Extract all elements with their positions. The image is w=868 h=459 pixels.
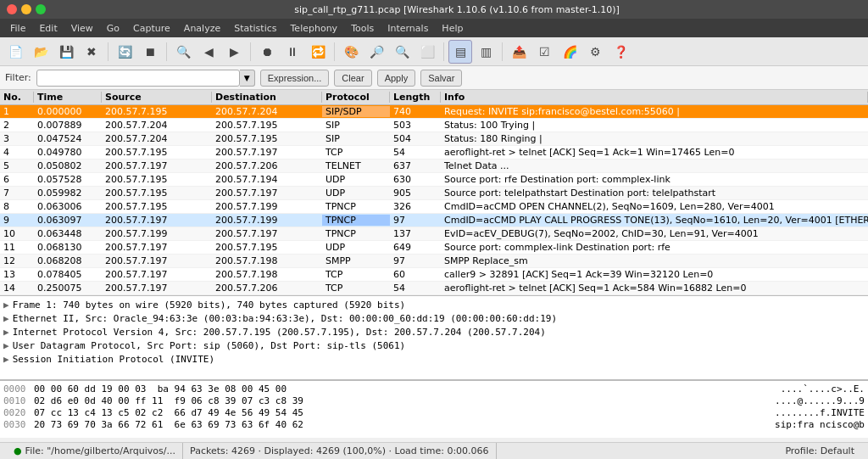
menu-item-analyze[interactable]: Analyze (177, 21, 227, 36)
packet-cell: 200.57.7.194 (212, 174, 322, 185)
toolbar-capture-start[interactable]: ⏺ (255, 40, 279, 64)
toolbar-pane1[interactable]: ▤ (448, 40, 472, 64)
toolbar-pane2[interactable]: ▥ (474, 40, 498, 64)
col-protocol: Protocol (322, 92, 390, 103)
menu-item-internals[interactable]: Internals (381, 21, 435, 36)
toolbar-capture-stop[interactable]: ⏸ (281, 40, 304, 64)
toolbar-zoom-reset[interactable]: ⬜ (415, 40, 439, 64)
packet-cell: 326 (390, 201, 441, 212)
toolbar-settings[interactable]: ⚙ (583, 40, 607, 64)
toolbar-export[interactable]: 📤 (507, 40, 531, 64)
table-row[interactable]: 80.063006200.57.7.195200.57.7.199TPNCP32… (0, 200, 868, 214)
table-row[interactable]: 20.007889200.57.7.204200.57.7.195SIP503S… (0, 119, 868, 132)
save-button[interactable]: Salvar (420, 70, 462, 87)
packet-cell: 0.059982 (34, 188, 102, 199)
toolbar-save[interactable]: 💾 (54, 40, 78, 64)
maximize-button[interactable] (36, 4, 46, 14)
menu-item-edit[interactable]: Edit (32, 21, 64, 36)
table-row[interactable]: 30.047524200.57.7.204200.57.7.195SIP504S… (0, 132, 868, 146)
toolbar-zoom-out[interactable]: 🔍 (390, 40, 414, 64)
ready-icon: ● (14, 445, 22, 456)
packet-cell: 12 (0, 255, 34, 266)
detail-row[interactable]: ▶User Datagram Protocol, Src Port: sip (… (0, 339, 868, 352)
menu-item-statistics[interactable]: Statistics (227, 21, 283, 36)
packet-cell: 200.57.7.198 (212, 269, 322, 280)
toolbar-capture-restart[interactable]: 🔁 (306, 40, 330, 64)
expand-icon: ▶ (3, 313, 9, 324)
packet-cell: 200.57.7.195 (102, 106, 212, 117)
packet-cell: 200.57.7.204 (102, 120, 212, 131)
packet-cell: TPNCP (322, 228, 390, 239)
toolbar-help[interactable]: ❓ (609, 40, 632, 64)
packet-cell: 8 (0, 201, 34, 212)
toolbar-checkbox[interactable]: ☑ (532, 40, 556, 64)
packet-cell: 5 (0, 160, 34, 171)
toolbar-find[interactable]: 🔍 (171, 40, 195, 64)
packet-cell: 200.57.7.204 (212, 106, 322, 117)
minimize-button[interactable] (21, 4, 31, 14)
hex-row: 0010 02 d6 e0 0d 40 00 ff 11 f9 06 c8 39… (3, 395, 865, 406)
table-row[interactable]: 50.050802200.57.7.197200.57.7.206TELNET6… (0, 160, 868, 173)
packet-cell: TCP (322, 147, 390, 158)
packet-cell: 1 (0, 106, 34, 117)
packet-cell: SIP/SDP (322, 106, 390, 117)
packet-cell: 137 (390, 228, 441, 239)
toolbar-reload[interactable]: 🔄 (113, 40, 136, 64)
col-info: Info (441, 92, 868, 103)
packet-cell: 0.250075 (34, 283, 102, 294)
apply-button[interactable]: Apply (377, 70, 416, 87)
toolbar-open[interactable]: 📂 (29, 40, 53, 64)
toolbar-forward[interactable]: ▶ (222, 40, 246, 64)
table-row[interactable]: 10.000000200.57.7.195200.57.7.204SIP/SDP… (0, 105, 868, 119)
hex-bytes: 20 73 69 70 3a 66 72 61 6e 63 69 73 63 6… (34, 419, 762, 430)
expression-button[interactable]: Expression... (260, 70, 330, 87)
detail-row[interactable]: ▶Frame 1: 740 bytes on wire (5920 bits),… (0, 298, 868, 311)
packet-cell: 54 (390, 147, 441, 158)
table-row[interactable]: 110.068130200.57.7.197200.57.7.195UDP649… (0, 241, 868, 255)
close-button[interactable] (7, 4, 17, 14)
filter-input[interactable] (36, 70, 240, 87)
menu-item-file[interactable]: File (3, 21, 32, 36)
hex-ascii: ....`....c>..E. (781, 383, 865, 395)
packet-cell: caller9 > 32891 [ACK] Seq=1 Ack=39 Win=3… (441, 269, 868, 280)
toolbar-zoom-in[interactable]: 🔎 (364, 40, 388, 64)
clear-button[interactable]: Clear (334, 70, 371, 87)
menu-item-go[interactable]: Go (100, 21, 126, 36)
menu-item-help[interactable]: Help (435, 21, 470, 36)
packet-cell: 0.063006 (34, 201, 102, 212)
packet-cell: 637 (390, 160, 441, 171)
packet-cell: 200.57.7.197 (102, 160, 212, 171)
detail-row[interactable]: ▶Session Initiation Protocol (INVITE) (0, 352, 868, 366)
menu-item-capture[interactable]: Capture (126, 21, 177, 36)
toolbar-new[interactable]: 📄 (3, 40, 27, 64)
filter-dropdown[interactable]: ▼ (240, 70, 255, 87)
detail-row[interactable]: ▶Ethernet II, Src: Oracle_94:63:3e (00:0… (0, 311, 868, 325)
table-row[interactable]: 40.049780200.57.7.195200.57.7.197TCP54ae… (0, 146, 868, 160)
table-row[interactable]: 100.063448200.57.7.199200.57.7.197TPNCP1… (0, 227, 868, 241)
hex-ascii: sip:fra ncisco@b (769, 419, 865, 430)
packet-cell: 60 (390, 269, 441, 280)
menu-item-telephony[interactable]: Telephony (284, 21, 345, 36)
toolbar-color[interactable]: 🌈 (558, 40, 581, 64)
menu-item-view[interactable]: View (64, 21, 100, 36)
toolbar-back[interactable]: ◀ (197, 40, 220, 64)
packet-cell: 200.57.7.199 (212, 201, 322, 212)
packet-cell: 200.57.7.206 (212, 160, 322, 171)
menu-item-tools[interactable]: Tools (344, 21, 381, 36)
packet-cell: 6 (0, 174, 34, 185)
table-row[interactable]: 140.250075200.57.7.197200.57.7.206TCP54a… (0, 282, 868, 295)
separator-3 (250, 42, 251, 61)
hex-bytes: 00 00 60 dd 19 00 03 ba 94 63 3e 08 00 4… (34, 383, 774, 395)
table-row[interactable]: 120.068208200.57.7.197200.57.7.198SMPP97… (0, 255, 868, 268)
packet-detail: ▶Frame 1: 740 bytes on wire (5920 bits),… (0, 295, 868, 380)
toolbar-colorize[interactable]: 🎨 (339, 40, 363, 64)
table-row[interactable]: 130.078405200.57.7.197200.57.7.198TCP60c… (0, 268, 868, 282)
toolbar-close[interactable]: ✖ (80, 40, 103, 64)
table-row[interactable]: 90.063097200.57.7.197200.57.7.199TPNCP97… (0, 214, 868, 227)
packet-cell: 0.068130 (34, 242, 102, 253)
table-row[interactable]: 60.057528200.57.7.195200.57.7.194UDP630S… (0, 173, 868, 187)
toolbar-stop[interactable]: ⏹ (138, 40, 162, 64)
packet-cell: Request: INVITE sip:francisco@bestel.com… (441, 106, 868, 117)
detail-row[interactable]: ▶Internet Protocol Version 4, Src: 200.5… (0, 325, 868, 339)
table-row[interactable]: 70.059982200.57.7.195200.57.7.197UDP905S… (0, 187, 868, 200)
